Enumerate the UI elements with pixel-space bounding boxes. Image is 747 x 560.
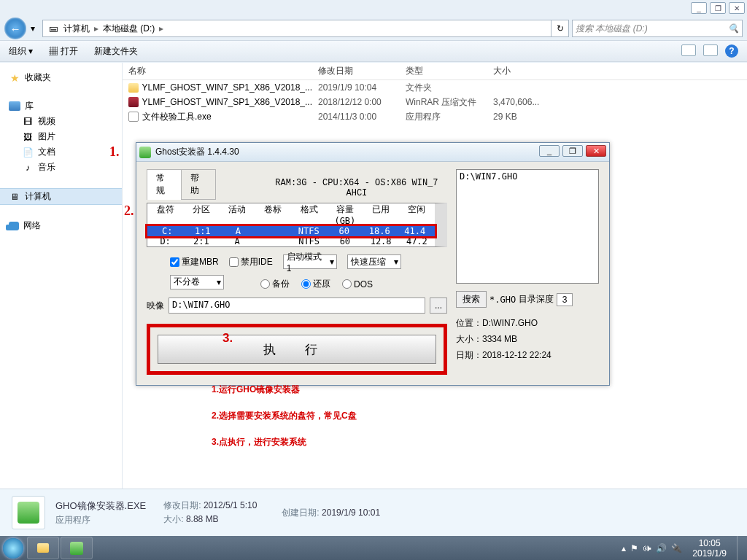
col-size[interactable]: 大小 [487, 65, 568, 77]
file-row[interactable]: YLMF_GHOST_WIN7_SP1_X86_V2018_...2018/12… [123, 95, 747, 109]
execute-button[interactable]: 执 行 [158, 335, 436, 364]
sidebar-item-videos[interactable]: 🎞视频 [0, 114, 122, 129]
details-type: 应用程序 [55, 514, 146, 526]
image-label: 映像 [147, 300, 164, 312]
search-input[interactable]: 搜索 本地磁盘 (D:) 🔍 [572, 20, 743, 37]
maximize-button[interactable]: ❐ [710, 2, 726, 14]
details-name: GHO镜像安装器.EXE [55, 499, 146, 513]
sidebar-computer[interactable]: 🖥计算机 [0, 188, 122, 205]
dialog-tabs: 常规 帮助 [147, 169, 215, 200]
tab-help[interactable]: 帮助 [181, 169, 216, 200]
breadcrumb-disk[interactable]: 本地磁盘 (D:) [103, 23, 155, 35]
depth-label: 目录深度 [519, 293, 554, 306]
column-headers: 名称 修改日期 类型 大小 [123, 63, 747, 80]
breadcrumb-computer[interactable]: 计算机 [63, 23, 90, 35]
view-options-button[interactable] [681, 44, 696, 56]
sidebar-network[interactable]: 网络 [0, 218, 122, 233]
taskbar-clock[interactable]: 10:05 2019/1/9 [686, 538, 732, 559]
taskbar: ▴ ⚑ 🕪 🔊 🔌 10:05 2019/1/9 [0, 536, 747, 560]
dos-radio[interactable]: DOS [342, 278, 373, 290]
exe-icon [128, 112, 139, 122]
address-bar[interactable]: 🖴 计算机 ▸ 本地磁盘 (D:) ▸ [42, 20, 551, 37]
depth-input[interactable] [557, 293, 573, 306]
breadcrumb-sep-icon: ▸ [159, 23, 163, 34]
search-icon: 🔍 [728, 23, 739, 34]
volume-icon[interactable]: 🔊 [656, 543, 667, 553]
ext-label: *.GHO [489, 295, 516, 305]
music-icon: ♪ [22, 163, 34, 173]
dialog-maximize-button[interactable]: ❐ [562, 145, 583, 157]
sidebar-item-music[interactable]: ♪音乐 [0, 160, 122, 175]
system-tray: ▴ ⚑ 🕪 🔊 🔌 10:05 2019/1/9 [622, 536, 747, 560]
taskbar-ghost[interactable] [61, 537, 93, 559]
folder-icon [37, 543, 49, 553]
action-center-icon[interactable]: ⚑ [630, 543, 638, 553]
restore-radio[interactable]: 还原 [301, 278, 330, 290]
drive-icon: 🖴 [47, 23, 59, 34]
sidebar-favorites[interactable]: ★收藏夹 [0, 70, 122, 85]
help-button[interactable]: ? [725, 44, 738, 58]
system-info: RAM:3G - CPU:X64 - OS:X86 WIN_7 AHCI [266, 178, 447, 203]
library-icon [9, 101, 20, 111]
image-path-input[interactable]: D:\WIN7.GHO [169, 298, 425, 314]
organize-menu[interactable]: 组织 ▾ [9, 45, 33, 58]
dialog-titlebar[interactable]: Ghost安装器 1.4.4.30 _ ❐ ✕ [136, 143, 609, 162]
disk-table: 盘符分区活动卷标格式容量(GB)已用空闲 C:1:1ANTFS6018.641.… [147, 203, 447, 247]
sidebar-item-pictures[interactable]: 🖼图片 [0, 129, 122, 144]
annotation-1: 1. [109, 144, 120, 160]
picture-icon: 🖼 [22, 132, 34, 142]
dialog-icon [139, 147, 151, 158]
sidebar-libraries[interactable]: 库 [0, 98, 122, 114]
ghost-icon [70, 542, 83, 555]
explorer-navbar: ← ▾ 🖴 计算机 ▸ 本地磁盘 (D:) ▸ ↻ 搜索 本地磁盘 (D:) 🔍 [0, 18, 747, 39]
compress-select[interactable]: 快速压缩 [347, 254, 401, 269]
preview-pane-button[interactable] [703, 44, 718, 56]
video-icon: 🎞 [22, 117, 34, 127]
tab-general[interactable]: 常规 [147, 169, 182, 200]
browse-button[interactable]: ... [430, 298, 447, 314]
explorer-sidebar: ★收藏夹 库 🎞视频 🖼图片 📄文档 ♪音乐 🖥计算机 网络 [0, 63, 123, 489]
split-select[interactable]: 不分卷 [170, 275, 224, 289]
tray-expand-icon[interactable]: ▴ [622, 543, 626, 553]
minimize-button[interactable]: _ [691, 2, 707, 14]
search-gho-button[interactable]: 搜索 [456, 291, 487, 308]
network-tray-icon[interactable]: 🕪 [643, 543, 651, 553]
dialog-close-button[interactable]: ✕ [586, 145, 606, 157]
file-row[interactable]: YLMF_GHOST_WIN7_SP1_X86_V2018_...2019/1/… [123, 80, 747, 95]
disk-row[interactable]: C:1:1ANTFS6018.641.4 [145, 224, 437, 238]
gho-list[interactable]: D:\WIN7.GHO [456, 169, 599, 284]
computer-icon: 🖥 [9, 192, 20, 202]
col-date[interactable]: 修改日期 [312, 65, 400, 77]
annotation-2: 2. [124, 203, 134, 219]
backup-radio[interactable]: 备份 [260, 278, 290, 290]
execute-highlight: 执 行 [147, 324, 447, 375]
details-pane: GHO镜像安装器.EXE 应用程序 修改日期: 2012/5/1 5:10 大小… [0, 489, 747, 536]
show-desktop-button[interactable] [737, 536, 743, 560]
annotation-3: 3. [222, 331, 233, 346]
new-folder-button[interactable]: 新建文件夹 [94, 45, 138, 58]
search-placeholder: 搜索 本地磁盘 (D:) [576, 23, 648, 35]
open-button[interactable]: ▦ 打开 [49, 45, 77, 58]
document-icon: 📄 [22, 147, 34, 158]
col-type[interactable]: 类型 [400, 65, 487, 77]
file-row[interactable]: 文件校验工具.exe2014/11/3 0:00应用程序29 KB [123, 109, 747, 124]
file-thumbnail [12, 496, 45, 529]
sidebar-item-documents[interactable]: 📄文档 [0, 144, 122, 160]
dialog-minimize-button[interactable]: _ [539, 145, 560, 157]
start-button[interactable] [0, 536, 26, 560]
rar-icon [128, 97, 139, 107]
dialog-title: Ghost安装器 1.4.4.30 [155, 146, 239, 158]
power-icon[interactable]: 🔌 [671, 543, 682, 553]
boot-mode-select[interactable]: 启动模式1 [283, 254, 337, 269]
ghost-installer-dialog: Ghost安装器 1.4.4.30 _ ❐ ✕ 常规 帮助 RAM:3G - C… [136, 142, 610, 386]
disable-ide-checkbox[interactable]: 禁用IDE [229, 256, 273, 268]
back-button[interactable]: ← [4, 18, 26, 39]
close-button[interactable]: ✕ [729, 2, 745, 14]
history-dropdown[interactable]: ▾ [28, 21, 38, 36]
refresh-button[interactable]: ↻ [551, 20, 569, 37]
rebuild-mbr-checkbox[interactable]: 重建MBR [170, 256, 219, 268]
star-icon: ★ [9, 73, 20, 83]
col-name[interactable]: 名称 [123, 65, 312, 77]
taskbar-explorer[interactable] [27, 537, 59, 559]
explorer-toolbar: 组织 ▾ ▦ 打开 新建文件夹 ? [0, 40, 747, 62]
